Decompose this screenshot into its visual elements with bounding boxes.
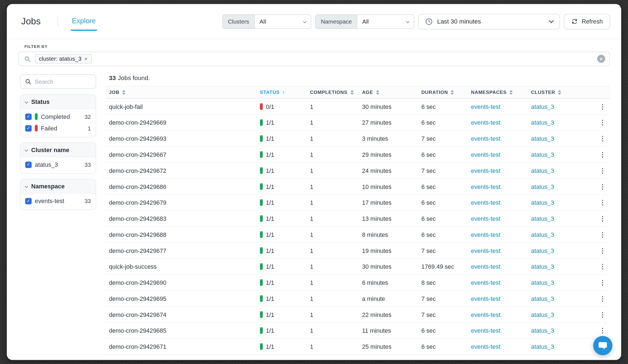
cluster-link[interactable]: atatus_3 xyxy=(531,295,554,302)
cluster-link[interactable]: atatus_3 xyxy=(531,231,554,238)
table-row[interactable]: demo-cron-29429679 1/1 1 17 minutes 6 se… xyxy=(106,195,610,211)
age-cell: 11 minutes xyxy=(359,327,418,334)
facet-item-completed[interactable]: ✓ Completed 32 xyxy=(21,111,96,122)
cluster-link[interactable]: atatus_3 xyxy=(531,247,554,254)
table-row[interactable]: demo-cron-29429669 1/1 1 27 minutes 6 se… xyxy=(106,115,610,131)
column-header-age[interactable]: AGE xyxy=(359,89,418,95)
row-menu-button[interactable]: ⋮ xyxy=(597,183,608,190)
column-header-completions[interactable]: COMPLETIONS xyxy=(307,89,359,95)
namespace-link[interactable]: events-test xyxy=(471,295,500,302)
table-row[interactable]: demo-cron-29429693 1/1 1 3 minutes 7 sec… xyxy=(106,131,610,147)
clusters-select[interactable]: All xyxy=(254,14,311,29)
namespace-link[interactable]: events-test xyxy=(471,215,500,222)
table-row[interactable]: demo-cron-29429672 1/1 1 24 minutes 7 se… xyxy=(106,163,610,179)
table-row[interactable]: demo-cron-29429685 1/1 1 11 minutes 6 se… xyxy=(106,323,610,339)
row-menu-button[interactable]: ⋮ xyxy=(597,103,608,110)
chip-remove-icon[interactable]: × xyxy=(84,56,88,61)
column-header-status[interactable]: STATUS ↑ xyxy=(257,89,307,96)
sidebar-search[interactable] xyxy=(20,75,96,89)
cluster-link[interactable]: atatus_3 xyxy=(531,135,554,142)
namespace-link[interactable]: events-test xyxy=(471,279,500,286)
filter-input[interactable]: cluster: atatus_3 × × xyxy=(18,52,610,66)
row-menu-button[interactable]: ⋮ xyxy=(597,327,608,334)
row-menu-button[interactable]: ⋮ xyxy=(597,151,608,158)
table-row[interactable]: demo-cron-29429677 1/1 1 19 minutes 7 se… xyxy=(106,243,610,259)
cluster-link[interactable]: atatus_3 xyxy=(531,119,554,126)
row-menu-button[interactable]: ⋮ xyxy=(597,231,608,238)
clear-filter-button[interactable]: × xyxy=(597,55,605,63)
cluster-link[interactable]: atatus_3 xyxy=(531,263,554,270)
namespace-link[interactable]: events-test xyxy=(471,263,500,270)
table-row[interactable]: demo-cron-29429667 1/1 1 29 minutes 6 se… xyxy=(106,147,610,163)
cluster-link[interactable]: atatus_3 xyxy=(531,327,554,334)
table-row[interactable]: demo-cron-29429686 1/1 1 10 minutes 6 se… xyxy=(106,179,610,195)
namespace-link[interactable]: events-test xyxy=(471,135,500,142)
cluster-link[interactable]: atatus_3 xyxy=(531,279,554,286)
content-area: Status ✓ Completed 32 ✓ Failed 1 xyxy=(7,66,621,355)
cluster-link[interactable]: atatus_3 xyxy=(531,215,554,222)
row-menu-button[interactable]: ⋮ xyxy=(597,215,608,222)
facet-item-events-test[interactable]: ✓ events-test 33 xyxy=(21,195,96,207)
facet-namespace-header[interactable]: Namespace xyxy=(21,179,96,194)
checkbox-checked[interactable]: ✓ xyxy=(25,162,32,168)
checkbox-checked[interactable]: ✓ xyxy=(25,125,32,131)
facet-status-header[interactable]: Status xyxy=(21,95,96,109)
table-row[interactable]: demo-cron-29429695 1/1 1 a minute 7 sec … xyxy=(106,291,610,307)
sidebar-search-input[interactable] xyxy=(35,78,92,85)
row-menu-button[interactable]: ⋮ xyxy=(597,279,608,286)
desktop-background: Jobs Explore Clusters All Namespace All xyxy=(0,0,628,364)
filter-chip[interactable]: cluster: atatus_3 × xyxy=(35,54,92,64)
row-menu-button[interactable]: ⋮ xyxy=(597,119,608,126)
row-menu-button[interactable]: ⋮ xyxy=(597,247,608,254)
time-range-select[interactable]: Last 30 minutes xyxy=(418,14,560,29)
row-menu-button[interactable]: ⋮ xyxy=(597,263,608,270)
tab-explore[interactable]: Explore xyxy=(71,17,97,31)
row-menu-button[interactable]: ⋮ xyxy=(597,311,608,318)
namespace-link[interactable]: events-test xyxy=(471,231,500,238)
column-header-cluster[interactable]: CLUSTER xyxy=(528,89,592,95)
namespace-link[interactable]: events-test xyxy=(471,167,500,174)
table-row[interactable]: demo-cron-29429688 1/1 1 8 minutes 6 sec… xyxy=(106,227,610,243)
cluster-link[interactable]: atatus_3 xyxy=(531,151,554,158)
chat-widget-button[interactable] xyxy=(593,336,612,355)
namespace-link[interactable]: events-test xyxy=(471,119,500,126)
column-header-namespaces[interactable]: NAMESPACES xyxy=(468,89,528,95)
namespace-select[interactable]: All xyxy=(357,14,414,29)
facet-item-failed[interactable]: ✓ Failed 1 xyxy=(21,122,96,134)
namespace-link[interactable]: events-test xyxy=(471,151,500,158)
table-row[interactable]: quick-job-success 1/1 1 30 minutes 1769.… xyxy=(106,259,610,275)
row-menu-button[interactable]: ⋮ xyxy=(597,295,608,302)
cluster-link[interactable]: atatus_3 xyxy=(531,167,554,174)
cluster-link[interactable]: atatus_3 xyxy=(531,183,554,190)
refresh-button[interactable]: Refresh xyxy=(564,14,610,29)
checkbox-checked[interactable]: ✓ xyxy=(25,113,32,120)
cluster-link[interactable]: atatus_3 xyxy=(531,103,554,110)
status-pill xyxy=(260,279,263,286)
column-header-job[interactable]: JOB xyxy=(106,89,257,95)
namespace-link[interactable]: events-test xyxy=(471,103,500,110)
namespace-link[interactable]: events-test xyxy=(471,327,500,334)
row-menu-button[interactable]: ⋮ xyxy=(597,135,608,142)
cluster-link[interactable]: atatus_3 xyxy=(531,311,554,318)
namespace-link[interactable]: events-test xyxy=(471,183,500,190)
top-bar: Jobs Explore Clusters All Namespace All xyxy=(7,4,621,39)
duration-cell: 6 sec xyxy=(418,327,468,334)
table-row[interactable]: demo-cron-29429683 1/1 1 13 minutes 6 se… xyxy=(106,211,610,227)
facet-cluster-header[interactable]: Cluster name xyxy=(21,143,96,157)
status-value: 1/1 xyxy=(266,247,274,254)
column-header-duration[interactable]: DURATION xyxy=(418,89,468,95)
row-menu-button[interactable]: ⋮ xyxy=(597,199,608,206)
cluster-link[interactable]: atatus_3 xyxy=(531,199,554,206)
facet-item-atatus3[interactable]: ✓ atatus_3 33 xyxy=(21,159,96,170)
table-row[interactable]: quick-job-fail 0/1 1 30 minutes 6 sec ev… xyxy=(106,99,610,115)
cluster-link[interactable]: atatus_3 xyxy=(531,343,554,350)
table-row[interactable]: demo-cron-29429674 1/1 1 22 minutes 7 se… xyxy=(106,307,610,323)
namespace-link[interactable]: events-test xyxy=(471,247,500,254)
checkbox-checked[interactable]: ✓ xyxy=(25,198,32,204)
namespace-link[interactable]: events-test xyxy=(471,311,500,318)
namespace-link[interactable]: events-test xyxy=(471,199,500,206)
namespace-link[interactable]: events-test xyxy=(471,343,500,350)
table-row[interactable]: demo-cron-29429671 1/1 1 25 minutes 6 se… xyxy=(106,339,610,355)
row-menu-button[interactable]: ⋮ xyxy=(597,167,608,174)
table-row[interactable]: demo-cron-29429690 1/1 1 6 minutes 8 sec… xyxy=(106,275,610,291)
